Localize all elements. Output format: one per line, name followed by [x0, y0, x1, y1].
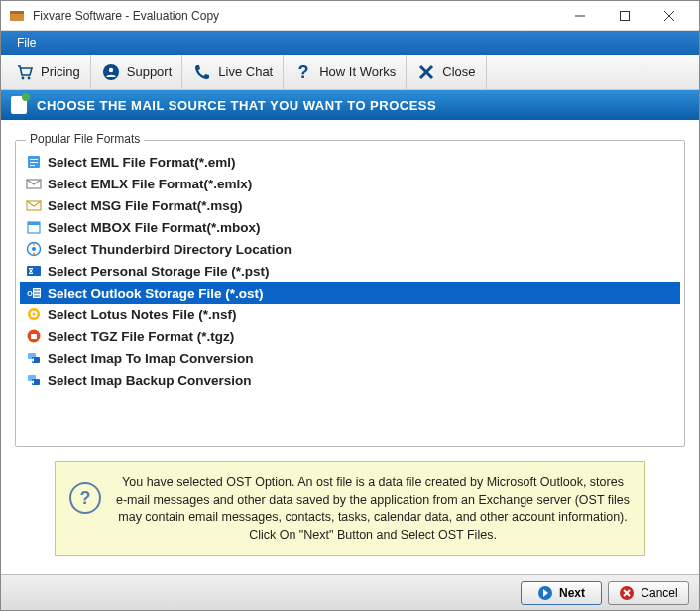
format-option-label: Select Personal Storage File (*.pst) — [48, 264, 270, 279]
close-window-button[interactable] — [646, 2, 691, 30]
imap-backup-icon — [26, 372, 42, 388]
format-option-label: Select Imap To Imap Conversion — [48, 351, 254, 366]
next-button[interactable]: Next — [521, 581, 602, 605]
format-option-label: Select Lotus Notes File (*.nsf) — [48, 307, 237, 322]
next-arrow-icon — [537, 585, 553, 601]
svg-rect-3 — [620, 11, 629, 20]
file-tgz-icon — [26, 328, 42, 344]
file-formats-group: Popular File Formats Select EML File For… — [15, 140, 685, 447]
svg-point-22 — [32, 247, 36, 251]
titlebar: Fixvare Software - Evaluation Copy — [1, 1, 699, 31]
howitworks-label: How It Works — [319, 64, 396, 79]
howitworks-button[interactable]: ? How It Works — [284, 55, 407, 89]
footer: Next Cancel — [1, 574, 699, 610]
pricing-button[interactable]: Pricing — [5, 55, 91, 89]
next-label: Next — [559, 586, 585, 600]
format-option-8[interactable]: Select TGZ File Format (*.tgz) — [20, 325, 680, 347]
file-eml-icon — [26, 154, 42, 170]
question-icon: ? — [293, 62, 313, 82]
format-option-label: Select MBOX File Format(*.mbox) — [48, 220, 261, 235]
cancel-label: Cancel — [641, 586, 677, 600]
svg-rect-15 — [30, 162, 38, 163]
svg-point-6 — [22, 76, 25, 79]
pricing-label: Pricing — [41, 64, 80, 79]
info-panel: ? You have selected OST Option. An ost f… — [55, 461, 645, 556]
svg-text:O: O — [27, 290, 33, 297]
svg-rect-20 — [28, 222, 40, 225]
cancel-icon — [619, 585, 635, 601]
livechat-button[interactable]: Live Chat — [182, 55, 284, 89]
menubar: File — [1, 31, 699, 55]
format-option-label: Select TGZ File Format (*.tgz) — [48, 329, 234, 344]
svg-point-7 — [28, 76, 31, 79]
phone-icon — [192, 62, 212, 82]
group-label: Popular File Formats — [26, 132, 144, 146]
format-option-10[interactable]: Select Imap Backup Conversion — [20, 369, 680, 391]
imap-convert-icon — [26, 350, 42, 366]
app-icon — [9, 8, 25, 24]
svg-rect-16 — [30, 165, 35, 166]
svg-rect-1 — [10, 11, 24, 14]
support-button[interactable]: Support — [91, 55, 183, 89]
format-option-label: Select EML File Format(*.eml) — [48, 155, 236, 170]
file-nsf-icon — [26, 306, 42, 322]
format-option-label: Select MSG File Format(*.msg) — [48, 198, 243, 213]
format-option-label: Select EMLX File Format(*.emlx) — [48, 177, 252, 191]
cart-icon — [15, 62, 35, 82]
format-option-label: Select Thunderbird Directory Location — [48, 242, 292, 257]
thunderbird-icon — [26, 241, 42, 257]
format-option-7[interactable]: Select Lotus Notes File (*.nsf) — [20, 304, 680, 325]
svg-text:?: ? — [298, 62, 309, 82]
file-ost-icon: O — [26, 285, 42, 301]
format-option-0[interactable]: Select EML File Format(*.eml) — [20, 151, 680, 173]
format-option-label: Select Outlook Storage File (*.ost) — [48, 286, 264, 301]
svg-text:O: O — [29, 268, 34, 274]
header-text: CHOOSE THE MAIL SOURCE THAT YOU WANT TO … — [37, 98, 436, 113]
toolbar: Pricing Support Live Chat ? How It Works… — [1, 55, 699, 90]
maximize-button[interactable] — [602, 2, 646, 30]
svg-point-31 — [33, 313, 36, 316]
file-emlx-icon — [26, 176, 42, 191]
svg-rect-14 — [30, 159, 38, 160]
x-icon — [416, 62, 436, 82]
file-pst-icon: O — [26, 263, 42, 279]
main-content: Popular File Formats Select EML File For… — [1, 120, 699, 566]
page-header: CHOOSE THE MAIL SOURCE THAT YOU WANT TO … — [1, 90, 699, 120]
document-icon — [11, 96, 27, 114]
file-msg-icon — [26, 197, 42, 213]
svg-point-9 — [109, 67, 113, 71]
format-option-9[interactable]: Select Imap To Imap Conversion — [20, 347, 680, 369]
format-option-6[interactable]: OSelect Outlook Storage File (*.ost) — [20, 282, 680, 304]
info-text: You have selected OST Option. An ost fil… — [115, 474, 631, 544]
headset-icon — [101, 62, 121, 82]
format-option-4[interactable]: Select Thunderbird Directory Location — [20, 238, 680, 260]
format-option-2[interactable]: Select MSG File Format(*.msg) — [20, 194, 680, 216]
close-label: Close — [442, 64, 475, 79]
format-option-label: Select Imap Backup Conversion — [48, 373, 252, 388]
window-title: Fixvare Software - Evaluation Copy — [33, 9, 557, 23]
menu-file[interactable]: File — [9, 33, 44, 53]
file-mbox-icon — [26, 219, 42, 235]
format-option-5[interactable]: OSelect Personal Storage File (*.pst) — [20, 260, 680, 282]
close-button[interactable]: Close — [407, 55, 486, 89]
svg-rect-33 — [31, 334, 37, 339]
info-icon: ? — [69, 482, 101, 514]
minimize-button[interactable] — [557, 2, 602, 30]
format-option-1[interactable]: Select EMLX File Format(*.emlx) — [20, 173, 680, 194]
format-option-3[interactable]: Select MBOX File Format(*.mbox) — [20, 216, 680, 238]
livechat-label: Live Chat — [218, 64, 273, 79]
cancel-button[interactable]: Cancel — [608, 581, 689, 605]
support-label: Support — [127, 64, 173, 79]
